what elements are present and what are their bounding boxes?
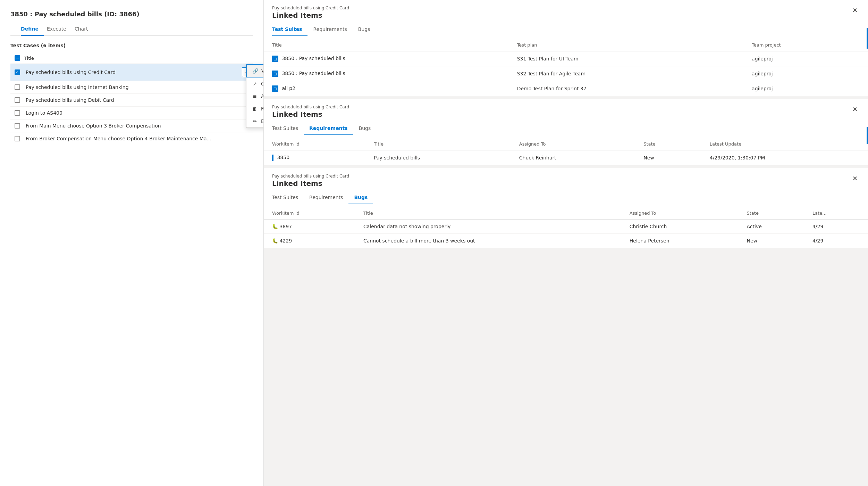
tab-chart[interactable]: Chart xyxy=(75,23,93,36)
col-header-state-3: State xyxy=(738,207,804,220)
context-menu-label-assign: Assign configuration xyxy=(261,93,264,99)
table-row[interactable]: 🐛 4229 Cannot schedule a bill more than … xyxy=(264,234,868,248)
linked-panel-1-tab-requirements[interactable]: Requirements xyxy=(307,24,352,36)
context-menu-item-view-linked[interactable]: 🔗 View Linked Items xyxy=(246,64,264,77)
cell-assigned-3-1: Christie Church xyxy=(621,220,739,234)
tab-execute[interactable]: Execute xyxy=(47,23,72,36)
row-checkbox-col xyxy=(10,69,24,75)
linked-panel-1-table: Title Test plan Team project □ 3850 : Pa… xyxy=(264,39,868,96)
linked-panel-2-header-text: Pay scheduled bills using Credit Card Li… xyxy=(272,105,349,118)
table-row[interactable]: Pay scheduled bills using Internet Banki… xyxy=(10,81,253,94)
context-menu-item-assign[interactable]: ≡ Assign configuration xyxy=(246,90,264,102)
col-header-assigned-2: Assigned To xyxy=(511,138,635,150)
table-header: Title xyxy=(10,52,253,64)
scroll-indicator-2 xyxy=(867,127,868,144)
linked-panel-3-header: Pay scheduled bills using Credit Card Li… xyxy=(264,168,868,188)
page-title: 3850 : Pay scheduled bills (ID: 3866) xyxy=(10,10,253,18)
remove-icon: 🗑 xyxy=(252,106,258,112)
linked-panel-1-subtitle: Pay scheduled bills using Credit Card xyxy=(272,6,349,10)
linked-panel-1-tabs: Test Suites Requirements Bugs xyxy=(264,24,868,36)
row-checkbox-6[interactable] xyxy=(15,136,20,141)
context-menu-label-view-linked: View Linked Items xyxy=(261,68,264,74)
linked-panel-1: Pay scheduled bills using Credit Card Li… xyxy=(264,0,868,96)
cell-state-3-2: New xyxy=(738,234,804,248)
cell-workitem-3-1: 🐛 3897 xyxy=(264,220,355,234)
table-row[interactable]: From Broker Compensation Menu choose Opt… xyxy=(10,132,253,145)
linked-panel-3-tab-requirements[interactable]: Requirements xyxy=(304,192,348,204)
linked-panel-2-tab-test-suites[interactable]: Test Suites xyxy=(272,123,304,135)
row-checkbox-1[interactable] xyxy=(15,69,20,75)
select-all-checkbox[interactable] xyxy=(15,55,20,61)
linked-panel-2-tab-requirements[interactable]: Requirements xyxy=(304,123,353,135)
row-label-1: Pay scheduled bills using Credit Card xyxy=(24,69,241,75)
linked-panel-3-close-button[interactable]: ✕ xyxy=(850,174,860,183)
row-checkbox-5[interactable] xyxy=(15,123,20,129)
tabs-bar: Define Execute Chart xyxy=(10,23,253,36)
suite-icon: □ xyxy=(272,56,278,62)
tab-define[interactable]: Define xyxy=(21,23,44,36)
linked-panel-3-tab-test-suites[interactable]: Test Suites xyxy=(272,192,304,204)
context-menu-label-edit: Edit... xyxy=(261,118,264,124)
cell-testplan-1-2: S32 Test Plan for Agile Team xyxy=(509,66,743,81)
cell-teamproject-1-2: agileproj xyxy=(743,66,868,81)
right-panel: Pay scheduled bills using Credit Card Li… xyxy=(264,0,868,486)
column-title-header: Title xyxy=(24,56,253,61)
linked-panel-1-tab-bugs[interactable]: Bugs xyxy=(353,24,376,36)
linked-panel-2-header: Pay scheduled bills using Credit Card Li… xyxy=(264,99,868,118)
header-checkbox-col xyxy=(10,55,24,61)
cell-workitem-3-2: 🐛 4229 xyxy=(264,234,355,248)
context-menu-item-remove[interactable]: 🗑 Remove xyxy=(246,102,264,115)
col-header-title-2: Title xyxy=(365,138,511,150)
linked-panel-2-tab-bugs[interactable]: Bugs xyxy=(353,123,377,135)
cell-title-1-1: □ 3850 : Pay scheduled bills xyxy=(264,51,509,66)
suite-icon: □ xyxy=(272,71,278,77)
row-checkbox-col xyxy=(10,110,24,116)
col-header-testplan-1: Test plan xyxy=(509,39,743,51)
context-menu-item-edit[interactable]: ✏ Edit... xyxy=(246,115,264,127)
table-row[interactable]: From Main Menu choose Option 3 Broker Co… xyxy=(10,120,253,132)
row-checkbox-3[interactable] xyxy=(15,97,20,103)
cell-workitem-2-1: 3850 xyxy=(264,150,365,165)
linked-panel-3-table: WorkItem Id Title Assigned To State Late… xyxy=(264,207,868,248)
linked-panel-1-header-text: Pay scheduled bills using Credit Card Li… xyxy=(272,6,349,19)
col-header-workitem-3: WorkItem Id xyxy=(264,207,355,220)
table-row[interactable]: Login to AS400 xyxy=(10,107,253,120)
table-row[interactable]: Pay scheduled bills using Credit Card ··… xyxy=(10,64,253,81)
link-icon: 🔗 xyxy=(252,68,258,74)
cell-state-2-1: New xyxy=(635,150,701,165)
linked-panel-2-close-button[interactable]: ✕ xyxy=(850,105,860,114)
linked-panel-3-tab-bugs[interactable]: Bugs xyxy=(348,192,373,204)
suite-icon: □ xyxy=(272,85,278,92)
test-cases-section: Test Cases (6 items) Title Pay scheduled… xyxy=(0,43,263,145)
row-label-5: From Main Menu choose Option 3 Broker Co… xyxy=(24,123,253,129)
open-icon: ↗ xyxy=(252,81,258,87)
cell-state-3-1: Active xyxy=(738,220,804,234)
row-checkbox-2[interactable] xyxy=(15,84,20,90)
linked-panel-1-tab-test-suites[interactable]: Test Suites xyxy=(272,24,307,36)
table-row[interactable]: □ 3850 : Pay scheduled bills S32 Test Pl… xyxy=(264,66,868,81)
scroll-indicator-1 xyxy=(867,28,868,49)
context-menu-item-open-test[interactable]: ↗ Open test case xyxy=(246,77,264,90)
assign-icon: ≡ xyxy=(252,93,258,99)
row-checkbox-4[interactable] xyxy=(15,110,20,116)
row-label-4: Login to AS400 xyxy=(24,110,253,116)
linked-panel-2-table: WorkItem Id Title Assigned To State Late… xyxy=(264,138,868,165)
table-row[interactable]: 3850 Pay scheduled bills Chuck Reinhart … xyxy=(264,150,868,165)
col-header-title-3: Title xyxy=(355,207,621,220)
cell-testplan-1-3: Demo Test Plan for Sprint 37 xyxy=(509,81,743,96)
linked-panel-3: Pay scheduled bills using Credit Card Li… xyxy=(264,168,868,248)
cell-title-1-3: □ all p2 xyxy=(264,81,509,96)
table-row[interactable]: □ 3850 : Pay scheduled bills S31 Test Pl… xyxy=(264,51,868,66)
linked-panel-1-close-button[interactable]: ✕ xyxy=(850,6,860,15)
linked-panel-3-header-text: Pay scheduled bills using Credit Card Li… xyxy=(272,174,349,188)
breadcrumb-area: 3850 : Pay scheduled bills (ID: 3866) De… xyxy=(0,0,263,43)
linked-panel-3-tabs: Test Suites Requirements Bugs xyxy=(264,192,868,204)
workitem-icon xyxy=(272,155,273,161)
col-header-title-1: Title xyxy=(264,39,509,51)
bug-icon: 🐛 xyxy=(272,238,278,244)
table-row[interactable]: Pay scheduled bills using Debit Card xyxy=(10,94,253,107)
table-row[interactable]: 🐛 3897 Calendar data not showing properl… xyxy=(264,220,868,234)
cell-late-3-1: 4/29 xyxy=(804,220,868,234)
linked-panel-3-title: Linked Items xyxy=(272,179,349,188)
table-row[interactable]: □ all p2 Demo Test Plan for Sprint 37 ag… xyxy=(264,81,868,96)
